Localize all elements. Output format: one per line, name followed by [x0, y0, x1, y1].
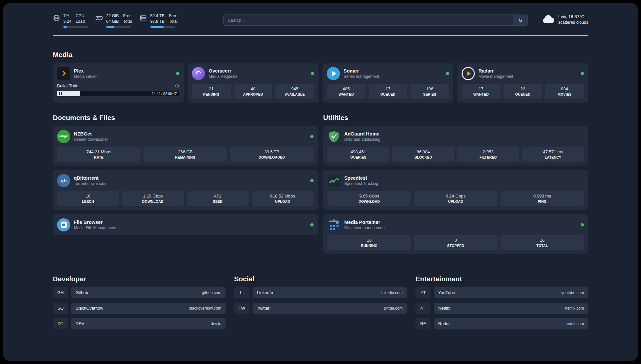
bookmark-name: Twitter	[257, 306, 269, 311]
app-card-filebrowser[interactable]: File Browser Media File Management	[53, 214, 318, 235]
status-dot	[581, 223, 584, 227]
app-name: Plex	[74, 68, 97, 74]
bookmark-youtube[interactable]: YT YouTube youtube.com	[415, 287, 588, 298]
bookmark-url: github.com	[202, 290, 221, 295]
qbittorrent-icon: qb	[57, 174, 70, 187]
app-desc: Series management	[344, 74, 379, 79]
stat-latency: 47.571 ms LATENCY	[522, 147, 584, 162]
bookmark-group-developer: Developer GH Github github.com SO StackO…	[53, 275, 226, 334]
speedtest-icon	[327, 174, 341, 187]
stat-series: 196 SERIES	[410, 84, 449, 99]
filebrowser-icon	[57, 218, 70, 231]
social-section-title: Social	[234, 275, 407, 283]
status-dot	[581, 72, 584, 75]
app-card-adguard[interactable]: AdGuard Home DNS and adblocking 498,461 …	[323, 126, 588, 166]
app-name: NZBGet	[74, 131, 108, 136]
bookmark-name: Reddit	[438, 321, 451, 326]
disk-total-label: Total	[169, 19, 177, 24]
app-card-plex[interactable]: Plex Media server Bullet Train ⚙ 24:44 /…	[53, 63, 184, 103]
stat-available: 945 AVAILABLE	[275, 84, 314, 99]
disk-total-value: 97.9 TB	[150, 19, 165, 24]
header-divider	[53, 35, 588, 36]
app-name: File Browser	[74, 220, 116, 225]
bookmark-abbr: SO	[53, 303, 68, 314]
app-card-qbittorrent[interactable]: qb qBittorrent Torrent downloader 16 LEE…	[53, 170, 318, 210]
app-name: qBittorrent	[74, 175, 108, 181]
bookmark-url: reddit.com	[565, 321, 584, 326]
now-playing-title: Bullet Train	[57, 83, 78, 88]
bookmark-stackoverflow[interactable]: SO StackOverflow stackoverflow.com	[53, 303, 226, 314]
media-section-title: Media	[53, 51, 588, 59]
stat-blocked: 86,384 BLOCKED	[392, 147, 454, 162]
search-engine-button[interactable]: G	[513, 15, 528, 25]
weather-condition: scattered clouds	[558, 20, 588, 25]
app-desc: Media File Management	[74, 226, 116, 230]
bookmark-abbr: GH	[53, 287, 68, 298]
bookmark-abbr: LI	[234, 287, 250, 298]
app-card-overseerr[interactable]: Overseerr Media Requests 21 PENDING 40 A…	[188, 63, 319, 103]
section-utilities: Utilities AdGuard Home DNS and adblockin…	[323, 114, 588, 258]
bookmark-reddit[interactable]: RE Reddit reddit.com	[415, 318, 588, 329]
cpu-icon	[53, 14, 60, 22]
app-desc: Torrent downloader	[74, 181, 108, 186]
plex-now-playing-widget: Bullet Train ⚙ 24:44 / 02:06:47	[57, 83, 179, 96]
stat-upload: 618.52 Mbps UPLOAD	[252, 191, 314, 206]
player-progress-bar[interactable]: 24:44 / 02:06:47	[57, 91, 179, 96]
ram-widget: 22 GiB 64 GiB Free Total	[95, 13, 132, 28]
bookmark-name: DEV	[76, 321, 84, 326]
cpu-percent: 7%	[63, 13, 71, 19]
stat-filtered: 2,953 FILTERED	[457, 147, 519, 162]
bookmark-abbr: YT	[415, 287, 431, 298]
status-dot	[310, 179, 314, 182]
disk-progress-bar	[150, 26, 175, 28]
app-desc: DNS and adblocking	[344, 137, 380, 142]
system-stats: 7% 3.24 CPU Load	[53, 13, 178, 28]
app-card-portainer[interactable]: Media Portainer Container management 16 …	[323, 214, 588, 254]
developer-section-title: Developer	[53, 275, 226, 283]
stat-wanted: 17 WANTED	[462, 84, 501, 99]
bookmark-abbr: RE	[415, 318, 431, 329]
weather-location: Lviv, 16.87°C	[558, 14, 588, 20]
stat-pending: 21 PENDING	[192, 84, 231, 99]
bookmark-netflix[interactable]: NF Netflix netflix.com	[415, 303, 588, 314]
entertainment-section-title: Entertainment	[415, 275, 588, 283]
bookmark-github[interactable]: GH Github github.com	[53, 287, 226, 298]
status-dot	[310, 135, 314, 138]
adguard-icon	[327, 130, 341, 143]
radarr-icon	[462, 67, 475, 80]
status-dot	[176, 72, 179, 75]
bookmark-linkedin[interactable]: LI LinkedIn linkedin.com	[234, 287, 407, 298]
search-input[interactable]	[224, 15, 513, 25]
utilities-section-title: Utilities	[323, 114, 588, 122]
stat-seed: 471 SEED	[187, 191, 249, 206]
bookmark-url: stackoverflow.com	[189, 306, 221, 311]
app-card-nzbget[interactable]: nzbget NZBGet Usenet downloader 744.21 M…	[53, 126, 318, 166]
stat-approved: 40 APPROVED	[234, 84, 273, 99]
ram-total-value: 64 GiB	[106, 19, 119, 24]
bookmark-group-entertainment: Entertainment YT YouTube youtube.com NF …	[415, 275, 588, 334]
bookmark-name: YouTube	[438, 290, 455, 295]
stat-running: 16 RUNNING	[327, 235, 411, 250]
app-card-radarr[interactable]: Radarr Movie management 17 WANTED 22 QUE…	[457, 63, 588, 103]
disk-free-value: 52.4 TB	[150, 13, 165, 19]
cloud-icon	[542, 15, 555, 25]
bookmark-abbr: DT	[53, 318, 68, 329]
cpu-load-label: Load	[76, 19, 85, 24]
search-bar: G	[223, 15, 528, 26]
bookmark-url: linkedin.com	[381, 290, 403, 295]
app-card-speedtest[interactable]: Speedtest Speedtest Tracking 9.65 Gbps D…	[323, 170, 588, 210]
pause-icon[interactable]	[59, 92, 62, 95]
app-name: Media Portainer	[344, 220, 385, 225]
disk-free-label: Free	[169, 13, 177, 19]
weather-widget: Lviv, 16.87°C scattered clouds	[542, 14, 588, 25]
top-bar: 7% 3.24 CPU Load	[53, 13, 588, 28]
app-name: Radarr	[478, 68, 513, 74]
gear-icon[interactable]: ⚙	[175, 83, 179, 88]
app-desc: Speedtest Tracking	[344, 181, 378, 186]
bookmark-twitter[interactable]: TW Twitter twitter.com	[234, 303, 407, 314]
overseerr-icon	[192, 67, 205, 80]
plex-icon	[57, 67, 70, 80]
app-card-sonarr[interactable]: Sonarr Series management 485 WANTED 17 Q…	[322, 63, 453, 103]
section-documents: Documents & Files nzbget NZBGet Usenet d…	[53, 114, 318, 258]
bookmark-dev[interactable]: DT DEV dev.to	[53, 318, 226, 329]
